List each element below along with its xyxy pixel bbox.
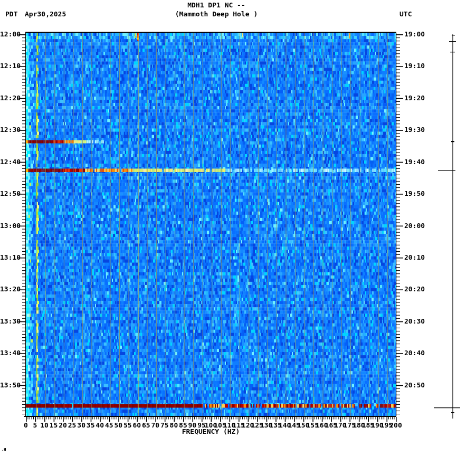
time-label-utc: 19:10 [404,62,425,70]
page-title: MDH1 DP1 NC -- [0,2,433,9]
date-label: Apr30,2025 [25,11,66,18]
time-label-utc: 19:30 [404,126,425,134]
footer-mark: .H [2,448,6,452]
timezone-left-label: PDT [5,11,17,18]
timezone-right-label: UTC [399,11,412,18]
time-label-utc: 20:40 [404,349,425,357]
time-label-pdt: 12:50 [0,190,17,197]
time-label-utc: 19:40 [404,158,425,166]
time-label-utc: 19:00 [404,31,425,38]
time-label-pdt: 13:20 [0,286,17,293]
time-label-pdt: 12:00 [0,31,17,38]
spectrogram-page: MDH1 DP1 NC -- (Mammoth Deep Hole ) PDT … [0,0,476,456]
time-label-pdt: 13:10 [0,254,17,261]
time-label-pdt: 12:30 [0,126,17,134]
time-label-utc: 20:00 [404,222,425,230]
time-label-pdt: 13:40 [0,349,17,357]
time-label-pdt: 13:50 [0,382,17,389]
time-label-utc: 20:50 [404,382,425,389]
time-label-utc: 19:20 [404,94,425,102]
time-label-pdt: 13:00 [0,222,17,230]
time-label-pdt: 12:40 [0,158,17,166]
time-label-utc: 19:50 [404,190,425,197]
time-label-pdt: 13:30 [0,318,17,325]
time-label-utc: 20:20 [404,286,425,293]
time-label-pdt: 12:20 [0,94,17,102]
x-axis-title: FREQUENCY (HZ) [26,428,396,435]
time-label-pdt: 12:10 [0,62,17,70]
freq-tick-label: 200 [386,422,405,429]
time-label-utc: 20:10 [404,254,425,261]
time-label-utc: 20:30 [404,318,425,325]
